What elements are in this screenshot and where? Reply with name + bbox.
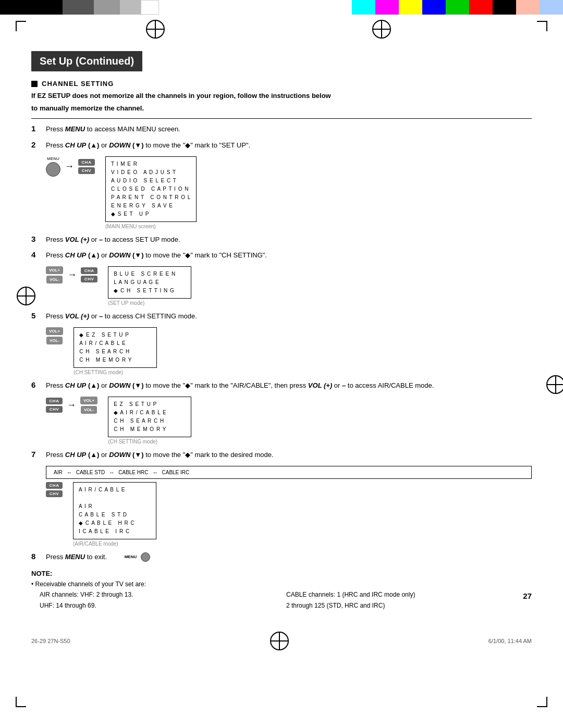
step-2: 2 Press CH UP (▲) or DOWN (▼) to move th… [31,140,532,151]
ch-item-search: C H S E A R C H [79,348,151,356]
step-8-num: 8 [31,552,46,561]
step-6-illustration: CHA CHV → VOL+ VOL- E Z S E T U P ◆ A I … [46,397,532,445]
ac-item-std: C A B L E S T D [79,511,151,519]
channel-setting-header: CHANNEL SETTING [31,80,532,88]
crosshair-top-left [146,20,165,39]
footer-left: 26-29 27N-S50 [31,638,70,644]
ch6-item-ez: E Z S E T U P [114,400,186,409]
menu-item-energy: E N E R G Y S A V E [111,202,191,210]
bar-black [0,0,63,15]
chv-button-4: CHV [81,276,97,282]
corner-mark-tl [16,21,26,31]
setup-mode-label: (SET UP mode) [108,300,144,306]
bar-green [446,0,469,15]
menu-item-timer: T I M E R [111,160,191,168]
menu-label: MENU [47,156,59,161]
note-air: AIR channels: VHF: 2 through 13. [40,590,285,600]
step-6-ch-buttons: CHA CHV [46,398,63,413]
crosshair-bottom-center [270,632,289,650]
corner-mark-tr [537,21,547,31]
chv-button-7: CHV [46,490,63,497]
cha-button-7: CHA [46,482,63,489]
step-7-controls: CHA CHV [46,482,63,497]
step-4-text: Press CH UP (▲) or DOWN (▼) to move the … [46,250,532,261]
vol-minus-4: VOL- [46,276,63,283]
setup-item-chsetting: ◆ C H S E T T I N G [114,287,186,295]
bar-cyan [352,0,375,15]
ch-item-air: A I R / C A B L E [79,339,151,348]
ch-setting-label-6: (CH SETTING mode) [108,439,157,445]
cable-arrow-3: ↔ [152,470,159,475]
step-6-controls: CHA CHV → VOL+ VOL- [46,397,97,414]
menu-item-audio: A U D I O S E L E C T [111,177,191,185]
bar-black2 [493,0,516,15]
cable-hrc: CABLE HRC [115,468,151,476]
footer: 26-29 27N-S50 6/1/00, 11:44 AM [0,626,563,656]
air-cable-screen: A I R / C A B L E A I R C A B L E S T D … [73,482,156,539]
bar-magenta [375,0,399,15]
step-4-ch-buttons: CHA CHV [81,267,97,282]
menu-item-caption: C L O S E D C A P T I O N [111,185,191,193]
step-7: 7 Press CH UP (▲) or DOWN (▼) to move th… [31,450,532,461]
step-3-text: Press VOL (+) or – to access SET UP mode… [46,235,532,245]
ch-item-memory: C H M E M O R Y [79,356,151,364]
ch-item-ez: ◆ E Z S E T U P [79,331,151,339]
step-6-arrow: → [67,400,76,411]
step-5-controls: VOL+ VOL- [46,327,63,344]
ac-item-air: A I R [79,502,151,511]
cable-diagram: AIR ↔ CABLE STD ↔ CABLE HRC ↔ CABLE IRC [46,466,532,479]
note-bullet-text: Receivable channels of your TV set are: [31,579,532,589]
bar-white [141,0,159,15]
step-4-num: 4 [31,250,46,259]
section-title: CHANNEL SETTING [42,80,114,88]
channel-setting-desc2: to manually memorize the channel. [31,103,532,114]
bar-lightblue [540,0,563,15]
top-color-bar [0,0,563,15]
step-6: 6 Press CH UP (▲) or DOWN (▼) to move th… [31,380,532,391]
step-4-illustration: VOL+ VOL- → CHA CHV B L U E S C R E E N … [46,266,532,306]
vol-plus-5: VOL+ [46,327,63,335]
vol-minus-5: VOL- [46,337,63,344]
note-cable: CABLE channels: 1 (HRC and IRC mode only… [286,590,532,600]
ch-setting-screen-5: ◆ E Z S E T U P A I R / C A B L E C H S … [74,327,157,368]
step-5-vol-buttons: VOL+ VOL- [46,327,63,344]
ch-setting-label-5: (CH SETTING mode) [74,369,123,375]
step-6-vol-buttons: VOL+ VOL- [80,397,97,414]
bar-blue [422,0,446,15]
bar-yellow [399,0,422,15]
bar-spacer [159,0,352,15]
cha-button-1: CHA [78,159,95,166]
step-6-text: Press CH UP (▲) or DOWN (▼) to move the … [46,380,532,391]
step-5-screen: ◆ E Z S E T U P A I R / C A B L E C H S … [74,327,157,375]
ac-item-hrc: ◆ C A B L E H R C [79,519,151,527]
step-7-screen: A I R / C A B L E A I R C A B L E S T D … [73,482,156,547]
cable-std: CABLE STD [73,468,108,476]
step-6-num: 6 [31,380,46,389]
step-7-num: 7 [31,450,46,459]
step-4-arrow: → [67,269,77,280]
bar-darkgray [63,0,94,15]
bar-red [469,0,493,15]
section-divider [31,118,532,119]
note-uhf: UHF: 14 through 69. [40,601,285,611]
cable-arrow-1: ↔ [66,470,73,475]
bar-peach [516,0,540,15]
step-4: 4 Press CH UP (▲) or DOWN (▼) to move th… [31,250,532,261]
step-2-text: Press CH UP (▲) or DOWN (▼) to move the … [46,140,532,151]
vol-plus-6: VOL+ [80,397,97,404]
step-4-screen: B L U E S C R E E N L A N G U A G E ◆ C … [108,266,191,306]
page-number: 27 [523,591,532,600]
cable-irc: CABLE IRC [159,468,193,476]
step-1-text: Press MENU to access MAIN MENU screen. [46,124,532,135]
ch6-item-memory: C H M E M O R Y [114,425,186,434]
ac-item-label: A I R / C A B L E [79,486,151,494]
step-7-text: Press CH UP (▲) or DOWN (▼) to move the … [46,450,532,461]
step-2-illustration: MENU → CHA CHV T I M E R V I D E O A D J… [46,156,532,229]
bar-gray [94,0,120,15]
page-content: Set Up (Continued) CHANNEL SETTING If EZ… [0,41,563,626]
step-2-num: 2 [31,140,46,149]
note-section: NOTE: Receivable channels of your TV set… [31,570,532,611]
step-2-controls: MENU → CHA CHV [46,156,95,177]
step-4-controls: VOL+ VOL- → CHA CHV [46,266,97,283]
ac-item-irc: I C A B L E I R C [79,527,151,536]
